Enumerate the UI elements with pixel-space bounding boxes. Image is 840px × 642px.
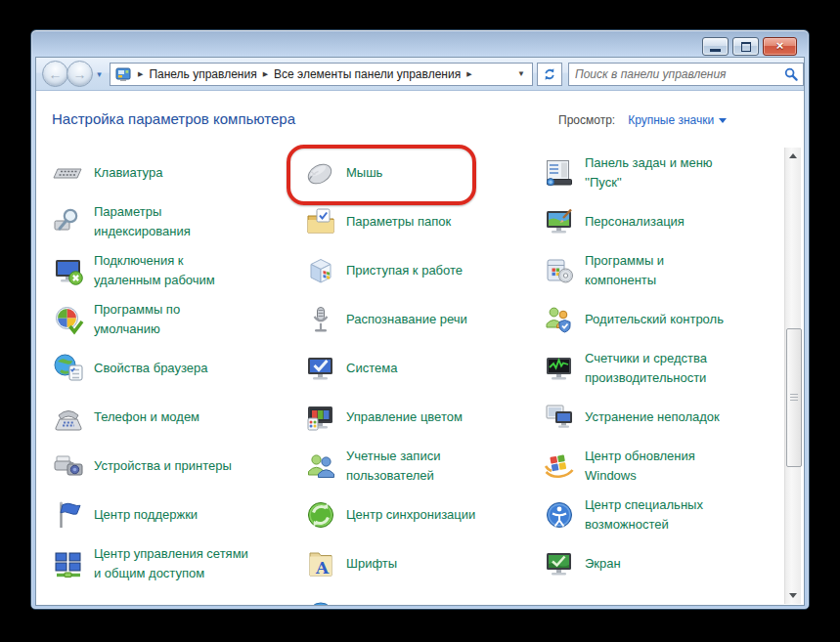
item-label: Параметрыиндексирования	[94, 202, 191, 241]
ease-of-access-icon	[544, 499, 575, 531]
breadcrumb[interactable]: ▶Панель управления▶Все элементы панели у…	[110, 63, 533, 86]
control-panel-item-indexing-options[interactable]: Параметрыиндексирования	[53, 197, 191, 246]
control-panel-item-troubleshooting[interactable]: Устранение неполадок	[544, 393, 720, 442]
scroll-up-button[interactable]	[785, 148, 801, 164]
control-panel-item-color-management[interactable]: Управление цветом	[305, 393, 463, 442]
navigation-bar: ← → ▾ ▶Панель управления▶Все элементы па…	[36, 58, 804, 91]
item-label: Учетные записипользователей	[346, 447, 440, 486]
back-button[interactable]: ←	[42, 61, 68, 87]
programs-features-icon	[544, 255, 575, 286]
address-dropdown-button[interactable]: ▼	[515, 69, 527, 78]
item-label: Панель задач и меню''Пуск''	[585, 153, 713, 193]
breadcrumb-separator[interactable]: ▶	[138, 70, 143, 78]
minimize-icon	[710, 49, 721, 52]
control-panel-item-performance[interactable]: Счетчики и средствапроизводительности	[544, 344, 707, 393]
breadcrumb-separator[interactable]: ▶	[263, 70, 268, 78]
breadcrumb-separator[interactable]: ▶	[466, 70, 471, 78]
mouse-icon	[305, 157, 336, 189]
breadcrumb-item-0[interactable]: Панель управления	[149, 67, 256, 81]
scroll-up-icon	[789, 153, 797, 158]
control-panel-item-sync-center[interactable]: Центр синхронизации	[305, 491, 475, 539]
scroll-down-icon	[789, 593, 797, 598]
keyboard-icon	[53, 157, 84, 189]
getting-started-icon	[305, 255, 336, 286]
search-input[interactable]	[569, 67, 784, 81]
control-panel-item-action-center[interactable]: Центр поддержки	[53, 491, 198, 539]
item-label: Программы икомпоненты	[585, 251, 664, 290]
item-label: Приступая к работе	[346, 261, 463, 280]
user-accounts-icon	[305, 450, 336, 482]
breadcrumb-item-1[interactable]: Все элементы панели управления	[274, 67, 461, 81]
scrollbar[interactable]	[784, 148, 801, 604]
control-panel-item-parental-controls[interactable]: Родительский контроль	[544, 295, 724, 344]
items-grid: КлавиатураПараметрыиндексированияПодключ…	[36, 91, 804, 605]
control-panel-item-phone-modem[interactable]: Телефон и модем	[53, 393, 199, 442]
item-label: Центр специальныхвозможностей	[585, 495, 703, 535]
minimize-button[interactable]	[702, 37, 729, 56]
control-panel-item-ease-of-access[interactable]: Центр специальныхвозможностей	[544, 491, 703, 539]
scroll-thumb[interactable]	[786, 328, 802, 467]
control-panel-item-display[interactable]: Экран	[544, 539, 621, 588]
maximize-button[interactable]	[732, 37, 759, 56]
search-icon[interactable]	[784, 67, 798, 81]
window-client-area: ← → ▾ ▶Панель управления▶Все элементы па…	[35, 57, 805, 606]
performance-icon	[544, 353, 575, 384]
item-label: Экран	[585, 554, 621, 574]
fonts-icon: A	[305, 548, 336, 579]
close-button[interactable]: ×	[763, 37, 797, 56]
control-panel-item-getting-started[interactable]: Приступая к работе	[305, 246, 463, 295]
item-label: Свойства браузера	[94, 359, 207, 378]
refresh-button[interactable]	[537, 63, 562, 86]
forward-arrow-icon: →	[73, 66, 87, 82]
control-panel-item-network-center[interactable]: Центр управления сетямии общим доступом	[53, 539, 248, 588]
item-label: Родительский контроль	[585, 310, 724, 329]
control-panel-item-region-language[interactable]: Язык и региональные	[305, 588, 474, 605]
search-box	[568, 63, 804, 86]
item-label: Распознавание речи	[346, 310, 467, 329]
desktop-background: × ← → ▾ ▶Панель управления▶Все элементы …	[0, 0, 840, 642]
control-panel-item-taskbar-start-menu[interactable]: Панель задач и меню''Пуск''	[544, 149, 713, 197]
control-panel-item-speech-recognition[interactable]: Распознавание речи	[305, 295, 467, 344]
forward-button[interactable]: →	[66, 61, 93, 87]
control-panel-item-devices-printers[interactable]: Устройства и принтеры	[53, 442, 232, 491]
back-arrow-icon: ←	[49, 66, 63, 82]
control-panel-item-personalization[interactable]: Персонализация	[544, 197, 685, 246]
item-label: Центр обновленияWindows	[585, 447, 695, 486]
control-panel-item-power-options[interactable]	[53, 588, 84, 605]
display-icon	[544, 548, 575, 579]
item-label: Устранение неполадок	[585, 407, 720, 427]
window-caption-buttons: ×	[702, 37, 797, 56]
item-label: Программы поумолчанию	[94, 300, 180, 339]
control-panel-item-system[interactable]: Система	[305, 344, 397, 393]
item-label: Параметры папок	[346, 212, 451, 232]
control-panel-item-folder-options[interactable]: Параметры папок	[305, 197, 451, 246]
control-panel-item-windows-update[interactable]: Центр обновленияWindows	[544, 442, 695, 491]
indexing-options-icon	[53, 206, 84, 237]
item-label: Счетчики и средствапроизводительности	[585, 349, 707, 388]
item-label: Язык и региональные	[346, 603, 474, 605]
item-label: Управление цветом	[346, 407, 463, 427]
control-panel-item-default-programs[interactable]: Программы поумолчанию	[53, 295, 180, 344]
item-label: Шрифты	[346, 554, 397, 574]
color-management-icon	[305, 402, 336, 433]
item-label: Клавиатура	[94, 163, 162, 183]
svg-text:A: A	[315, 558, 330, 578]
control-panel-item-keyboard[interactable]: Клавиатура	[53, 149, 162, 197]
control-panel-item-user-accounts[interactable]: Учетные записипользователей	[305, 442, 440, 491]
power-options-icon	[53, 597, 84, 605]
control-panel-item-mouse[interactable]: Мышь	[305, 149, 382, 197]
sync-center-icon	[305, 499, 336, 531]
remote-desktop-icon	[53, 255, 84, 286]
item-label: Персонализация	[585, 212, 685, 232]
troubleshooting-icon	[544, 402, 575, 433]
control-panel-item-fonts[interactable]: AШрифты	[305, 539, 397, 588]
internet-options-icon	[53, 353, 84, 384]
control-panel-item-programs-features[interactable]: Программы икомпоненты	[544, 246, 664, 295]
parental-controls-icon	[544, 304, 575, 335]
scroll-down-button[interactable]	[785, 587, 801, 604]
control-panel-item-remote-desktop[interactable]: Подключения кудаленным рабочим	[53, 246, 215, 295]
control-panel-icon	[115, 66, 131, 82]
network-center-icon	[53, 548, 84, 579]
control-panel-item-internet-options[interactable]: Свойства браузера	[53, 344, 207, 393]
recent-pages-dropdown[interactable]: ▾	[93, 69, 106, 79]
